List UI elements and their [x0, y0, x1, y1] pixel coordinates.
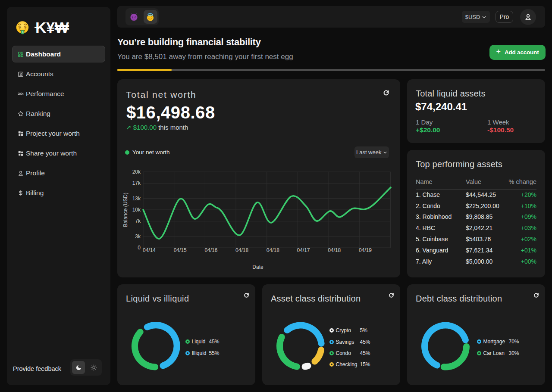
- svg-text:04/14: 04/14: [143, 247, 156, 253]
- svg-text:04/19: 04/19: [359, 247, 372, 253]
- svg-text:3k: 3k: [135, 233, 141, 240]
- svg-text:$: $: [24, 25, 27, 29]
- svg-text:Balance (USD): Balance (USD): [122, 193, 129, 227]
- svg-text:20k: 20k: [132, 169, 141, 175]
- svg-text:04/15: 04/15: [174, 247, 187, 253]
- svg-text:$: $: [22, 31, 24, 34]
- svg-text:10k: 10k: [132, 207, 141, 213]
- svg-text:04/16: 04/16: [204, 247, 217, 253]
- svg-text:04/18: 04/18: [267, 247, 279, 253]
- svg-text:Date: Date: [252, 264, 263, 270]
- svg-text:17k: 17k: [132, 180, 141, 186]
- svg-text:04/18: 04/18: [328, 247, 341, 253]
- svg-text:04/18: 04/18: [235, 247, 248, 253]
- svg-text:7k: 7k: [135, 218, 141, 224]
- svg-text:$: $: [19, 25, 21, 29]
- svg-text:0: 0: [138, 245, 141, 251]
- svg-text:04/17: 04/17: [297, 247, 310, 253]
- svg-text:13k: 13k: [132, 196, 141, 202]
